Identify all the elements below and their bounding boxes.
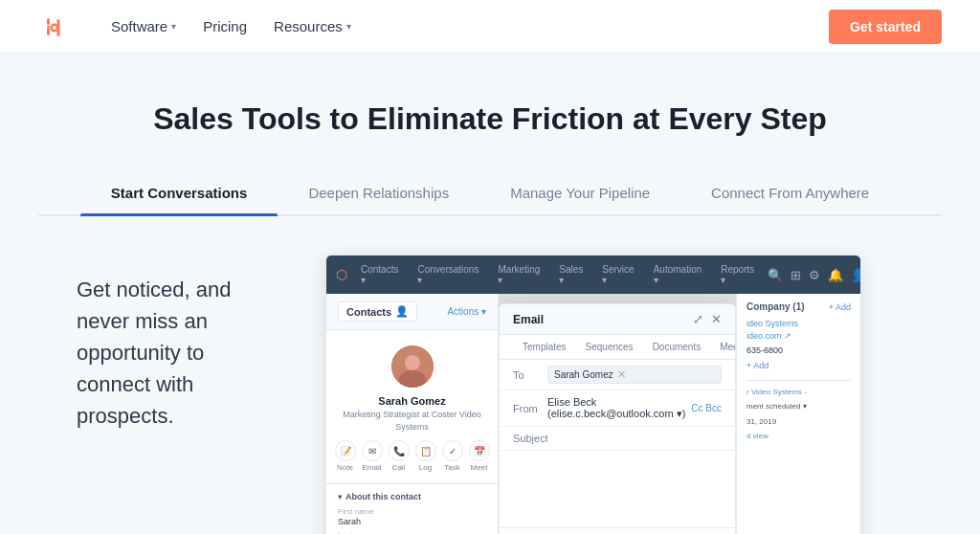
- modal-actions: ⤢ ✕: [693, 312, 722, 326]
- company-phone: 635-6800: [746, 345, 851, 355]
- crm-main: Activity Notes Emails Calls More ▾ Threa…: [499, 294, 736, 534]
- feature-tabs: Start Conversations Deepen Relationships…: [38, 171, 942, 216]
- activity-item-3: 31, 2019: [746, 416, 851, 427]
- email-action[interactable]: ✉Email: [362, 440, 383, 472]
- tab-connect-anywhere[interactable]: Connect From Anywhere: [680, 171, 900, 214]
- about-header: About this contact: [338, 492, 486, 501]
- crm-nav-sales[interactable]: Sales ▾: [553, 261, 589, 288]
- task-action[interactable]: ✓Task: [442, 440, 463, 472]
- email-modal-header: Email ⤢ ✕: [500, 304, 735, 335]
- actions-button[interactable]: Actions ▾: [447, 306, 486, 317]
- note-icon: 📝: [335, 440, 356, 461]
- to-label: To: [513, 369, 547, 381]
- nav-resources[interactable]: Resources ▾: [262, 11, 363, 42]
- contact-profile: Sarah Gomez Marketing Strategist at Cost…: [326, 330, 498, 484]
- to-field-row: To Sarah Gomez ✕: [500, 360, 735, 390]
- hero-title: Sales Tools to Eliminate Friction at Eve…: [38, 101, 942, 137]
- nav-links: Software ▾ Pricing Resources ▾: [100, 11, 829, 42]
- company-section-header: Company (1) + Add: [746, 301, 851, 312]
- contacts-tab[interactable]: Contacts 👤: [338, 301, 417, 322]
- add-link[interactable]: + Add: [746, 361, 851, 370]
- email-modal-overlay: Email ⤢ ✕ Templates Sequences Documents: [499, 294, 736, 534]
- grid-icon[interactable]: ⊞: [791, 268, 801, 282]
- svg-rect-1: [47, 28, 50, 35]
- content-description: Get noticed, and never miss an opportuni…: [77, 255, 268, 432]
- search-icon[interactable]: 🔍: [768, 268, 783, 282]
- crm-sidebar: Contacts 👤 Actions ▾: [326, 294, 499, 534]
- activity-item-1: r Video Systems -: [746, 387, 851, 397]
- bell-icon[interactable]: 🔔: [828, 268, 843, 282]
- crm-nav-marketing[interactable]: Marketing ▾: [492, 261, 546, 288]
- from-value: Elise Beck (elise.c.beck@outlook.com ▾): [547, 396, 691, 420]
- to-value: Sarah Gomez ✕: [547, 366, 722, 384]
- avatar: [391, 345, 434, 388]
- from-label: From: [513, 403, 547, 414]
- from-field-row: From Elise Beck (elise.c.beck@outlook.co…: [500, 390, 735, 427]
- email-modal-title: Email: [513, 313, 544, 326]
- call-icon: 📞: [389, 440, 410, 461]
- task-icon: ✓: [442, 440, 463, 461]
- modal-tab-meetings[interactable]: Meetings ▾: [710, 335, 736, 359]
- avatar-icon[interactable]: 👤: [851, 268, 861, 282]
- hero-section: Sales Tools to Eliminate Friction at Eve…: [0, 54, 980, 216]
- logo: [38, 11, 69, 42]
- modal-nav-tabs: Templates Sequences Documents Meetings ▾…: [500, 335, 735, 360]
- svg-rect-0: [47, 18, 50, 25]
- right-divider: [746, 380, 851, 381]
- tab-deepen-relationships[interactable]: Deepen Relationships: [278, 171, 479, 214]
- crm-nav-reports[interactable]: Reports ▾: [715, 261, 760, 288]
- contact-name: Sarah Gomez: [338, 395, 486, 407]
- note-action[interactable]: 📝Note: [335, 440, 356, 472]
- svg-point-2: [47, 25, 50, 28]
- email-modal: Email ⤢ ✕ Templates Sequences Documents: [499, 303, 736, 534]
- navbar: Software ▾ Pricing Resources ▾ Get start…: [0, 0, 980, 54]
- software-chevron-icon: ▾: [171, 21, 176, 32]
- log-action[interactable]: 📋Log: [415, 440, 436, 472]
- activity-item-2: ment scheduled ▾: [746, 401, 851, 412]
- crm-logo-icon: ⬡: [336, 267, 347, 282]
- email-toolbar: B I U S More ▾ | ≡ ⊞ 🔗 Insert ▾ Associa: [500, 527, 735, 534]
- add-company-button[interactable]: + Add: [829, 302, 851, 312]
- subject-field-row: Subject: [500, 427, 735, 451]
- crm-mockup: ⬡ Contacts ▾ Conversations ▾ Marketing ▾…: [325, 255, 861, 534]
- remove-recipient-icon[interactable]: ✕: [617, 368, 626, 381]
- svg-point-4: [405, 355, 420, 370]
- compose-area[interactable]: [500, 451, 735, 527]
- compose-textarea[interactable]: [513, 458, 722, 516]
- modal-tab-documents[interactable]: Documents: [643, 335, 711, 359]
- crm-nav-icons: 🔍 ⊞ ⚙ 🔔 👤: [768, 268, 861, 282]
- modal-tab-sequences[interactable]: Sequences: [576, 335, 643, 359]
- crm-nav-automation[interactable]: Automation ▾: [648, 261, 708, 288]
- email-icon: ✉: [362, 440, 383, 461]
- tab-manage-pipeline[interactable]: Manage Your Pipeline: [479, 171, 680, 214]
- settings-icon[interactable]: ⚙: [809, 268, 820, 282]
- meet-icon: 📅: [469, 440, 490, 461]
- contact-action-icons: 📝Note ✉Email 📞Call 📋Log ✓Task 📅Meet: [338, 433, 486, 476]
- crm-sidebar-header: Contacts 👤 Actions ▾: [326, 294, 498, 330]
- first-name-field: First name Sarah: [338, 507, 486, 526]
- modal-tab-templates[interactable]: Templates: [513, 335, 576, 359]
- cc-bcc-button[interactable]: Cc Bcc: [691, 403, 722, 413]
- crm-nav-contacts[interactable]: Contacts ▾: [355, 261, 404, 288]
- crm-body: Contacts 👤 Actions ▾: [326, 294, 860, 534]
- close-icon[interactable]: ✕: [711, 312, 722, 326]
- crm-nav-service[interactable]: Service ▾: [596, 261, 639, 288]
- content-section: Get noticed, and never miss an opportuni…: [0, 216, 980, 534]
- resources-chevron-icon: ▾: [346, 21, 351, 32]
- crm-nav-conversations[interactable]: Conversations ▾: [412, 261, 484, 288]
- nav-software[interactable]: Software ▾: [100, 11, 188, 42]
- subject-label: Subject: [513, 433, 547, 444]
- get-started-button[interactable]: Get started: [829, 10, 942, 44]
- contact-title: Marketing Strategist at Coster Video Sys…: [338, 409, 486, 433]
- subject-input[interactable]: [547, 433, 722, 444]
- maximize-icon[interactable]: ⤢: [693, 312, 703, 326]
- nav-pricing[interactable]: Pricing: [191, 11, 258, 42]
- call-action[interactable]: 📞Call: [389, 440, 410, 472]
- contacts-person-icon: 👤: [395, 305, 409, 318]
- tab-start-conversations[interactable]: Start Conversations: [80, 171, 278, 214]
- about-section: About this contact First name Sarah Last…: [326, 484, 498, 534]
- meet-action[interactable]: 📅Meet: [469, 440, 490, 472]
- activity-item-4: d view: [746, 431, 851, 441]
- recipient-tag[interactable]: Sarah Gomez ✕: [547, 366, 722, 384]
- crm-right-panel: Company (1) + Add ideo Systems ideo.com …: [736, 294, 860, 534]
